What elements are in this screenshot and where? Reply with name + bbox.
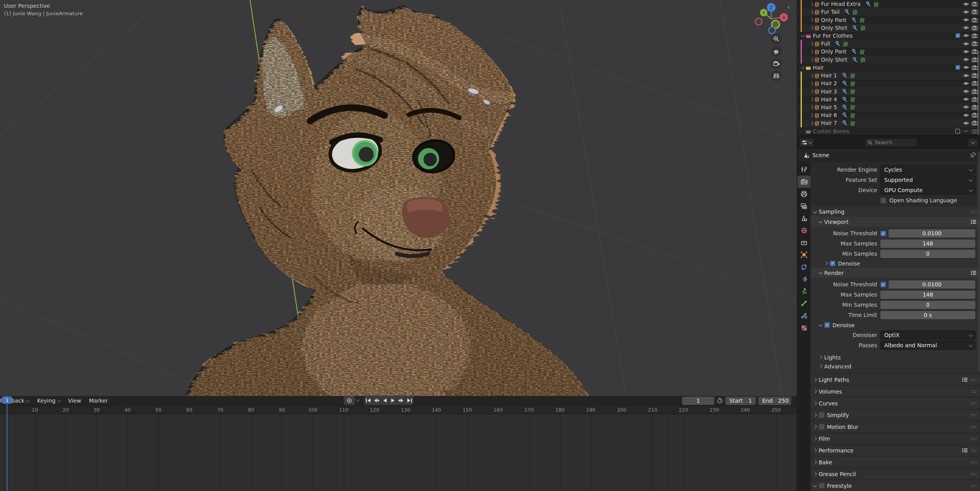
camera-view-button[interactable] [771,58,782,69]
tab-bone-constraint[interactable] [798,310,810,322]
jump-last-button[interactable] [405,396,413,405]
chevron-right-icon[interactable] [808,50,814,53]
drag-grip-icon[interactable] [971,449,977,453]
tab-render[interactable] [798,176,810,188]
panel-light-paths[interactable]: Light Paths [810,374,980,385]
modifier-wrench-icon[interactable] [842,73,847,78]
camera-icon[interactable] [972,121,978,125]
outliner-item-label[interactable]: Hair 6 [821,112,837,118]
modifier-wrench-icon[interactable] [842,97,847,102]
outliner-item-label[interactable]: Hair 2 [821,80,837,86]
tab-collection[interactable] [798,236,810,249]
camera-icon[interactable] [972,65,978,70]
tab-bone[interactable] [798,297,810,310]
drag-grip-icon[interactable] [971,210,977,214]
noise-threshold-field[interactable]: 0.0100 [889,280,975,289]
outliner-item-label[interactable]: Only Shirt [821,25,847,31]
panel-grease-pencil[interactable]: Grease Pencil [810,469,980,479]
outliner-item-label[interactable]: Hair 4 [821,96,837,103]
chevron-right-icon[interactable] [808,42,814,45]
max-samples-field[interactable]: 148 [880,291,975,299]
particles-modifier-icon[interactable] [850,112,855,118]
eye-icon[interactable] [963,10,969,14]
auto-keying-button[interactable] [344,396,355,405]
eye-icon[interactable] [963,57,969,62]
drag-grip-icon[interactable] [971,472,977,476]
particles-modifier-icon[interactable] [850,73,855,79]
osl-checkbox[interactable] [880,198,886,203]
panel-motion-blur[interactable]: Motion Blur [810,421,980,432]
camera-icon[interactable] [972,113,978,117]
outliner-row[interactable]: Only Shirt [798,24,980,32]
eye-icon[interactable] [963,89,969,93]
sidebar-collapse-icon[interactable]: ‹ [787,3,790,11]
timeline-track-area[interactable] [0,414,797,491]
sampling-panel-header[interactable]: Sampling [810,207,980,217]
eye-icon[interactable] [963,49,969,54]
drag-grip-icon[interactable] [971,484,977,488]
tab-view-layer[interactable] [798,200,810,212]
eye-icon[interactable] [963,2,969,6]
denoiser-dropdown[interactable]: OptiX [880,331,975,339]
camera-icon[interactable] [972,73,978,78]
modifier-wrench-icon[interactable] [852,25,858,31]
chevron-right-icon[interactable] [808,26,814,29]
particles-modifier-icon[interactable] [859,49,865,55]
render-engine-dropdown[interactable]: Cycles [880,165,975,174]
panel-bake[interactable]: Bake [810,457,980,467]
camera-icon[interactable] [972,57,978,62]
drag-grip-icon[interactable] [971,378,977,382]
panel-checkbox[interactable] [819,412,825,418]
outliner-row[interactable]: Hair✓ [798,64,980,71]
outliner-row[interactable]: Hair 2 [798,79,980,87]
outliner-row[interactable]: Fur For Clothes✓ [798,32,980,40]
modifier-wrench-icon[interactable] [852,57,858,62]
eye-icon[interactable] [963,121,969,125]
particles-modifier-icon[interactable] [859,17,865,23]
chevron-right-icon[interactable] [808,82,814,85]
pan-button[interactable] [771,46,782,57]
outliner-item-label[interactable]: Only Shirt [821,57,847,63]
modifier-wrench-icon[interactable] [835,41,840,46]
presets-icon[interactable] [970,219,977,225]
camera-icon[interactable] [972,18,978,22]
modifier-wrench-icon[interactable] [842,112,847,118]
chevron-right-icon[interactable] [808,11,814,13]
chevron-down-icon[interactable] [800,35,805,37]
modifier-wrench-icon[interactable] [842,104,847,110]
modifier-wrench-icon[interactable] [844,9,850,15]
camera-icon[interactable] [972,105,978,110]
keyframe-next-button[interactable] [397,396,405,405]
outliner-row[interactable]: Hair 3 [798,87,980,95]
search-input[interactable]: Search [865,138,917,147]
chevron-down-icon[interactable] [800,66,805,68]
outliner-row[interactable]: Hair 1 [798,71,980,79]
noise-threshold-field[interactable]: 0.0100 [889,229,975,238]
passes-dropdown[interactable]: Albedo and Normal [880,341,975,350]
tab-constraints[interactable] [798,273,810,285]
eye-icon[interactable] [963,113,969,117]
collection-checkbox[interactable]: ✓ [955,65,960,70]
drag-grip-icon[interactable] [971,413,977,417]
particles-modifier-icon[interactable] [860,25,865,31]
chevron-right-icon[interactable] [808,98,814,101]
chevron-right-icon[interactable] [808,90,814,93]
tab-scene[interactable] [798,212,810,224]
particles-modifier-icon[interactable] [850,104,855,110]
tab-output[interactable] [798,188,810,200]
outliner-row[interactable]: Only Pant [798,48,980,55]
collection-checkbox[interactable]: ✓ [955,33,960,38]
outliner-row[interactable]: Hair 4 [798,95,980,103]
outliner-item-label[interactable]: Only Pant [821,48,847,55]
camera-icon[interactable] [972,9,978,14]
keyframe-prev-button[interactable] [372,396,380,405]
device-dropdown[interactable]: GPU Compute [880,186,975,194]
particles-modifier-icon[interactable] [843,41,848,47]
orthographic-toggle-button[interactable] [771,70,782,81]
outliner-item-label[interactable]: Fur Tail [821,9,839,15]
chevron-down-icon[interactable] [356,398,360,402]
particles-modifier-icon[interactable] [850,120,855,126]
tab-tool[interactable] [798,163,810,176]
render-subpanel-header[interactable]: Render [810,268,980,278]
particles-modifier-icon[interactable] [860,57,865,62]
